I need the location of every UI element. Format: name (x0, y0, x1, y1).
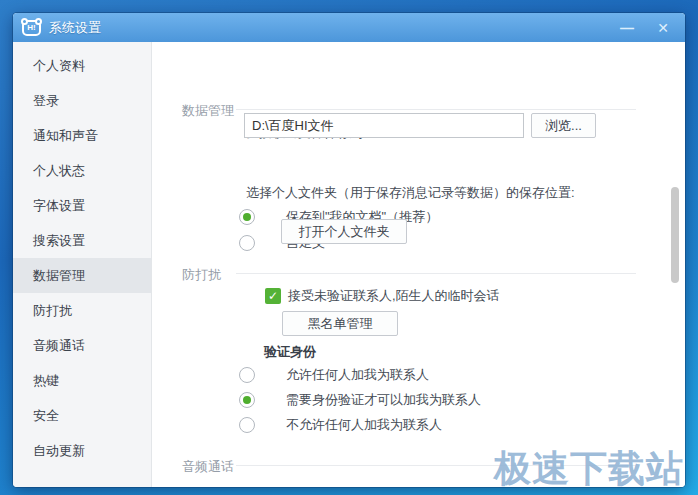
sidebar-item-personal-status[interactable]: 个人状态 (13, 153, 151, 188)
settings-sidebar: 个人资料 登录 通知和声音 个人状态 字体设置 搜索设置 数据管理 防打扰 音频… (13, 42, 152, 487)
radio-label: 需要身份验证才可以加我为联系人 (286, 391, 481, 409)
sidebar-item-do-not-disturb[interactable]: 防打扰 (13, 293, 151, 328)
window-title: 系统设置 (49, 19, 101, 37)
bear-ear-left (21, 18, 28, 25)
verify-identity-label: 验证身份 (264, 343, 316, 361)
sidebar-item-audio-call[interactable]: 音频通话 (13, 328, 151, 363)
radio-selected-icon[interactable] (239, 392, 255, 408)
open-personal-folder-button[interactable]: 打开个人文件夹 (281, 219, 407, 244)
sidebar-item-data-management[interactable]: 数据管理 (13, 258, 151, 293)
section-divider (236, 273, 636, 274)
radio-require-verification[interactable]: 需要身份验证才可以加我为联系人 (239, 391, 481, 409)
radio-unselected-icon[interactable] (239, 235, 255, 251)
logo-text: H! (27, 24, 35, 32)
sidebar-item-login[interactable]: 登录 (13, 83, 151, 118)
checkbox-checked-icon[interactable]: ✓ (265, 288, 281, 304)
sidebar-item-profile[interactable]: 个人资料 (13, 48, 151, 83)
sidebar-item-notifications-sound[interactable]: 通知和声音 (13, 118, 151, 153)
radio-unselected-icon[interactable] (239, 367, 255, 383)
sidebar-item-search-settings[interactable]: 搜索设置 (13, 223, 151, 258)
settings-window: H! 系统设置 — ✕ 个人资料 登录 通知和声音 个人状态 字体设置 搜索设置… (13, 13, 685, 487)
section-divider (236, 109, 636, 110)
close-button[interactable]: ✕ (655, 21, 671, 35)
accept-unverified-checkbox-row[interactable]: ✓ 接受未验证联系人,陌生人的临时会话 (265, 287, 500, 305)
sidebar-item-security[interactable]: 安全 (13, 398, 151, 433)
radio-label: 不允许任何人加我为联系人 (286, 416, 442, 434)
baidu-hi-logo-icon: H! (22, 20, 41, 36)
radio-disallow-anyone[interactable]: 不允许任何人加我为联系人 (239, 416, 442, 434)
scrollbar-thumb[interactable] (671, 187, 679, 283)
save-path-input[interactable] (244, 113, 524, 138)
personal-folder-label: 选择个人文件夹（用于保存消息记录等数据）的保存位置: (246, 184, 575, 202)
sidebar-item-hotkeys[interactable]: 热键 (13, 363, 151, 398)
desktop-background: H! 系统设置 — ✕ 个人资料 登录 通知和声音 个人状态 字体设置 搜索设置… (0, 0, 698, 495)
browse-button[interactable]: 浏览... (531, 113, 596, 138)
section-title-do-not-disturb: 防打扰 (182, 266, 221, 284)
bear-ear-right (35, 18, 42, 25)
section-title-audio-call: 音频通话 (182, 458, 234, 476)
section-title-data-management: 数据管理 (182, 102, 234, 120)
radio-unselected-icon[interactable] (239, 417, 255, 433)
titlebar[interactable]: H! 系统设置 — ✕ (13, 13, 685, 42)
sidebar-item-auto-update[interactable]: 自动更新 (13, 433, 151, 468)
radio-allow-anyone[interactable]: 允许任何人加我为联系人 (239, 366, 429, 384)
radio-label: 允许任何人加我为联系人 (286, 366, 429, 384)
blacklist-management-button[interactable]: 黑名单管理 (282, 311, 398, 336)
sidebar-item-font-settings[interactable]: 字体设置 (13, 188, 151, 223)
minimize-button[interactable]: — (619, 21, 635, 35)
radio-selected-icon[interactable] (239, 209, 255, 225)
watermark-text: 极速下载站 (494, 444, 684, 494)
settings-content: 数据管理 把接收的文件保存到： 浏览... 选择个人文件夹（用于保存消息记录等数… (152, 42, 685, 487)
checkbox-label: 接受未验证联系人,陌生人的临时会话 (288, 287, 500, 305)
